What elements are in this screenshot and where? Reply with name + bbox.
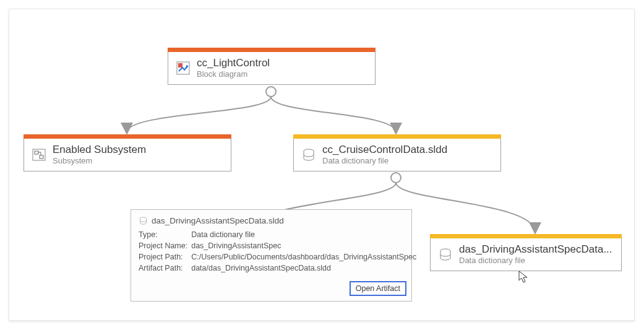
- svg-rect-3: [178, 63, 182, 67]
- node-enabled-subsystem[interactable]: Enabled Subsystem Subsystem: [24, 138, 231, 172]
- svg-point-0: [266, 87, 276, 97]
- tooltip-row-value: das_DrivingAssistantSpec: [191, 240, 420, 251]
- open-artifact-button[interactable]: Open Artifact: [350, 281, 406, 296]
- tooltip-row-label: Project Path:: [139, 251, 191, 263]
- node-cruise-control-data[interactable]: cc_CruiseControlData.sldd Data dictionar…: [293, 138, 501, 172]
- svg-point-1: [391, 173, 401, 183]
- diagram-canvas[interactable]: cc_LightControl Block diagram Enabled Su…: [9, 9, 635, 321]
- database-icon: [301, 147, 316, 162]
- tooltip-row-label: Project Name:: [139, 240, 191, 251]
- node-driving-assistant-spec-data[interactable]: das_DrivingAssistantSpecData... Data dic…: [430, 238, 622, 271]
- node-subtitle: Data dictionary file: [459, 256, 614, 266]
- tooltip-title: das_DrivingAssistantSpecData.sldd: [152, 216, 284, 225]
- node-subtitle: Block diagram: [197, 69, 367, 79]
- cursor-icon: [518, 271, 528, 284]
- node-accent: [168, 48, 376, 52]
- database-icon: [139, 216, 148, 225]
- node-root[interactable]: cc_LightControl Block diagram: [168, 51, 376, 85]
- node-title: cc_CruiseControlData.sldd: [322, 144, 493, 156]
- node-title: cc_LightControl: [197, 57, 367, 69]
- block-diagram-icon: [176, 61, 191, 76]
- node-accent: [24, 134, 231, 139]
- tooltip-row-value: Data dictionary file: [191, 229, 420, 240]
- node-accent: [430, 234, 622, 238]
- node-accent: [293, 134, 501, 139]
- node-subtitle: Data dictionary file: [322, 156, 493, 166]
- tooltip-row-value: C:/Users/Public/Documents/dashboard/das_…: [191, 251, 420, 263]
- tooltip-row-label: Artifact Path:: [139, 263, 191, 274]
- tooltip-row-label: Type:: [139, 229, 191, 240]
- tooltip-details: Type:Data dictionary file Project Name:d…: [139, 229, 420, 274]
- node-title: Enabled Subsystem: [53, 144, 223, 156]
- subsystem-icon: [32, 147, 46, 162]
- artifact-tooltip: das_DrivingAssistantSpecData.sldd Type:D…: [131, 209, 412, 302]
- node-subtitle: Subsystem: [53, 156, 223, 166]
- tooltip-row-value: data/das_DrivingAssistantSpecData.sldd: [191, 263, 420, 274]
- node-title: das_DrivingAssistantSpecData...: [459, 243, 614, 256]
- database-icon: [438, 247, 453, 262]
